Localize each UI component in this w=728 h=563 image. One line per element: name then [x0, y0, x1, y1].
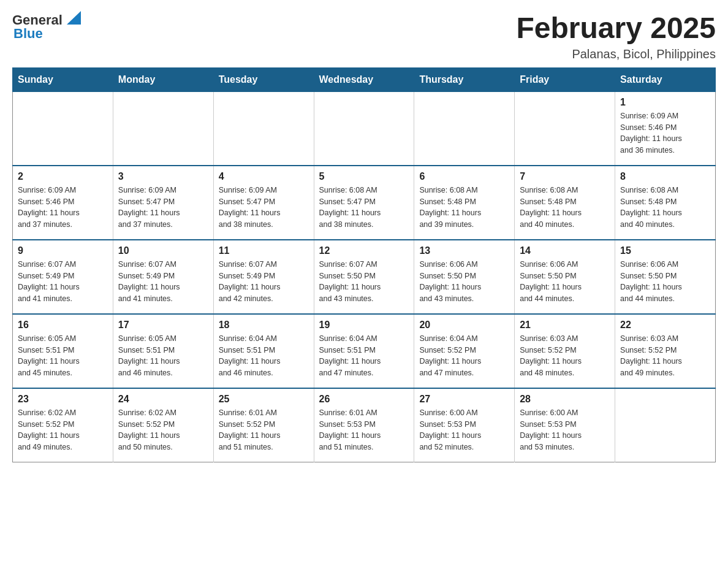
- day-info: Sunrise: 6:04 AM Sunset: 5:52 PM Dayligh…: [419, 333, 509, 379]
- calendar-cell: 2Sunrise: 6:09 AM Sunset: 5:46 PM Daylig…: [13, 166, 113, 240]
- day-info: Sunrise: 6:09 AM Sunset: 5:46 PM Dayligh…: [18, 185, 108, 231]
- title-block: February 2025 Palanas, Bicol, Philippine…: [516, 12, 716, 61]
- svg-marker-0: [67, 11, 81, 25]
- day-number: 11: [219, 245, 309, 256]
- calendar-cell: 4Sunrise: 6:09 AM Sunset: 5:47 PM Daylig…: [213, 166, 314, 240]
- weekday-header-sunday: Sunday: [13, 67, 113, 91]
- day-number: 5: [319, 171, 409, 182]
- weekday-header-thursday: Thursday: [414, 67, 515, 91]
- day-info: Sunrise: 6:06 AM Sunset: 5:50 PM Dayligh…: [520, 259, 610, 305]
- weekday-header-saturday: Saturday: [615, 67, 716, 91]
- calendar-cell: 12Sunrise: 6:07 AM Sunset: 5:50 PM Dayli…: [314, 240, 414, 314]
- day-info: Sunrise: 6:05 AM Sunset: 5:51 PM Dayligh…: [18, 333, 108, 379]
- day-info: Sunrise: 6:01 AM Sunset: 5:52 PM Dayligh…: [219, 407, 309, 453]
- calendar-cell: 25Sunrise: 6:01 AM Sunset: 5:52 PM Dayli…: [213, 388, 314, 462]
- calendar-cell: [615, 388, 716, 462]
- calendar-cell: 24Sunrise: 6:02 AM Sunset: 5:52 PM Dayli…: [113, 388, 213, 462]
- logo-blue-text: Blue: [13, 26, 43, 42]
- day-number: 2: [18, 171, 108, 182]
- calendar-week-5: 23Sunrise: 6:02 AM Sunset: 5:52 PM Dayli…: [13, 388, 716, 462]
- day-number: 20: [419, 320, 509, 331]
- day-info: Sunrise: 6:08 AM Sunset: 5:48 PM Dayligh…: [419, 185, 509, 231]
- day-number: 22: [620, 320, 710, 331]
- calendar-cell: 15Sunrise: 6:06 AM Sunset: 5:50 PM Dayli…: [615, 240, 716, 314]
- day-info: Sunrise: 6:07 AM Sunset: 5:49 PM Dayligh…: [219, 259, 309, 305]
- day-info: Sunrise: 6:01 AM Sunset: 5:53 PM Dayligh…: [319, 407, 409, 453]
- calendar-cell: 10Sunrise: 6:07 AM Sunset: 5:49 PM Dayli…: [113, 240, 213, 314]
- calendar-cell: [13, 91, 113, 166]
- day-number: 13: [419, 245, 509, 256]
- day-info: Sunrise: 6:08 AM Sunset: 5:47 PM Dayligh…: [319, 185, 409, 231]
- day-number: 6: [419, 171, 509, 182]
- day-info: Sunrise: 6:04 AM Sunset: 5:51 PM Dayligh…: [319, 333, 409, 379]
- calendar-cell: 23Sunrise: 6:02 AM Sunset: 5:52 PM Dayli…: [13, 388, 113, 462]
- weekday-header-wednesday: Wednesday: [314, 67, 414, 91]
- calendar-cell: 22Sunrise: 6:03 AM Sunset: 5:52 PM Dayli…: [615, 314, 716, 388]
- calendar-cell: 3Sunrise: 6:09 AM Sunset: 5:47 PM Daylig…: [113, 166, 213, 240]
- calendar-cell: [213, 91, 314, 166]
- calendar-cell: 16Sunrise: 6:05 AM Sunset: 5:51 PM Dayli…: [13, 314, 113, 388]
- day-number: 15: [620, 245, 710, 256]
- calendar-cell: [113, 91, 213, 166]
- calendar-cell: 1Sunrise: 6:09 AM Sunset: 5:46 PM Daylig…: [615, 91, 716, 166]
- calendar-cell: 21Sunrise: 6:03 AM Sunset: 5:52 PM Dayli…: [515, 314, 615, 388]
- day-number: 27: [419, 394, 509, 405]
- day-info: Sunrise: 6:09 AM Sunset: 5:47 PM Dayligh…: [118, 185, 208, 231]
- day-info: Sunrise: 6:04 AM Sunset: 5:51 PM Dayligh…: [219, 333, 309, 379]
- day-info: Sunrise: 6:07 AM Sunset: 5:50 PM Dayligh…: [319, 259, 409, 305]
- calendar-cell: 8Sunrise: 6:08 AM Sunset: 5:48 PM Daylig…: [615, 166, 716, 240]
- calendar-cell: [515, 91, 615, 166]
- calendar-subtitle: Palanas, Bicol, Philippines: [516, 47, 716, 61]
- calendar-cell: 28Sunrise: 6:00 AM Sunset: 5:53 PM Dayli…: [515, 388, 615, 462]
- weekday-header-monday: Monday: [113, 67, 213, 91]
- calendar-cell: 26Sunrise: 6:01 AM Sunset: 5:53 PM Dayli…: [314, 388, 414, 462]
- day-number: 19: [319, 320, 409, 331]
- day-info: Sunrise: 6:06 AM Sunset: 5:50 PM Dayligh…: [620, 259, 710, 305]
- calendar-body: 1Sunrise: 6:09 AM Sunset: 5:46 PM Daylig…: [13, 91, 716, 462]
- day-number: 25: [219, 394, 309, 405]
- calendar-week-3: 9Sunrise: 6:07 AM Sunset: 5:49 PM Daylig…: [13, 240, 716, 314]
- day-info: Sunrise: 6:08 AM Sunset: 5:48 PM Dayligh…: [620, 185, 710, 231]
- calendar-cell: 7Sunrise: 6:08 AM Sunset: 5:48 PM Daylig…: [515, 166, 615, 240]
- logo: General Blue: [12, 12, 81, 42]
- calendar-cell: 19Sunrise: 6:04 AM Sunset: 5:51 PM Dayli…: [314, 314, 414, 388]
- day-info: Sunrise: 6:08 AM Sunset: 5:48 PM Dayligh…: [520, 185, 610, 231]
- day-info: Sunrise: 6:03 AM Sunset: 5:52 PM Dayligh…: [520, 333, 610, 379]
- calendar-title: February 2025: [516, 12, 716, 45]
- day-info: Sunrise: 6:02 AM Sunset: 5:52 PM Dayligh…: [18, 407, 108, 453]
- weekday-header-row: SundayMondayTuesdayWednesdayThursdayFrid…: [13, 67, 716, 91]
- day-number: 26: [319, 394, 409, 405]
- calendar-cell: 9Sunrise: 6:07 AM Sunset: 5:49 PM Daylig…: [13, 240, 113, 314]
- day-number: 28: [520, 394, 610, 405]
- day-info: Sunrise: 6:03 AM Sunset: 5:52 PM Dayligh…: [620, 333, 710, 379]
- day-number: 16: [18, 320, 108, 331]
- day-number: 17: [118, 320, 208, 331]
- day-number: 4: [219, 171, 309, 182]
- day-info: Sunrise: 6:07 AM Sunset: 5:49 PM Dayligh…: [18, 259, 108, 305]
- logo-triangle-icon: [64, 11, 81, 28]
- calendar-cell: 20Sunrise: 6:04 AM Sunset: 5:52 PM Dayli…: [414, 314, 515, 388]
- page-header: General Blue February 2025 Palanas, Bico…: [12, 12, 716, 61]
- day-number: 1: [620, 97, 710, 108]
- day-info: Sunrise: 6:00 AM Sunset: 5:53 PM Dayligh…: [419, 407, 509, 453]
- calendar-cell: 11Sunrise: 6:07 AM Sunset: 5:49 PM Dayli…: [213, 240, 314, 314]
- calendar-cell: 14Sunrise: 6:06 AM Sunset: 5:50 PM Dayli…: [515, 240, 615, 314]
- calendar-cell: 5Sunrise: 6:08 AM Sunset: 5:47 PM Daylig…: [314, 166, 414, 240]
- day-info: Sunrise: 6:00 AM Sunset: 5:53 PM Dayligh…: [520, 407, 610, 453]
- day-number: 9: [18, 245, 108, 256]
- day-info: Sunrise: 6:07 AM Sunset: 5:49 PM Dayligh…: [118, 259, 208, 305]
- calendar-week-4: 16Sunrise: 6:05 AM Sunset: 5:51 PM Dayli…: [13, 314, 716, 388]
- day-number: 18: [219, 320, 309, 331]
- weekday-header-friday: Friday: [515, 67, 615, 91]
- calendar-table: SundayMondayTuesdayWednesdayThursdayFrid…: [12, 67, 716, 462]
- day-number: 12: [319, 245, 409, 256]
- day-number: 24: [118, 394, 208, 405]
- day-number: 23: [18, 394, 108, 405]
- day-number: 3: [118, 171, 208, 182]
- day-info: Sunrise: 6:06 AM Sunset: 5:50 PM Dayligh…: [419, 259, 509, 305]
- calendar-week-2: 2Sunrise: 6:09 AM Sunset: 5:46 PM Daylig…: [13, 166, 716, 240]
- calendar-cell: [414, 91, 515, 166]
- day-number: 14: [520, 245, 610, 256]
- calendar-cell: [314, 91, 414, 166]
- day-number: 7: [520, 171, 610, 182]
